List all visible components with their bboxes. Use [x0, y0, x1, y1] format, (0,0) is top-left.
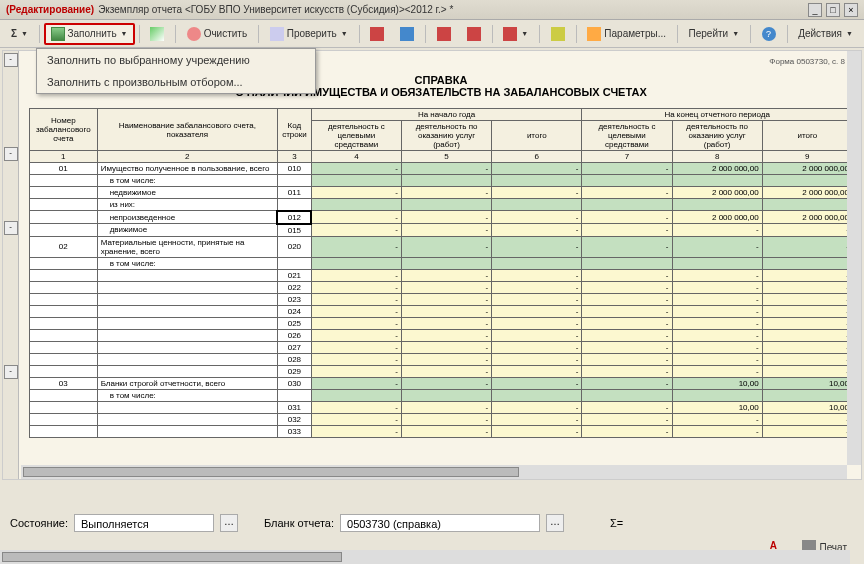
hdr-end: На конец отчетного периода	[582, 109, 853, 121]
check-icon	[270, 27, 284, 41]
pencil-icon	[150, 27, 164, 41]
table-row[interactable]: движимое015------	[30, 224, 853, 237]
edit-icon-button[interactable]	[143, 23, 171, 45]
table-row[interactable]: 024------	[30, 305, 853, 317]
table-row[interactable]: 031----10,0010,00	[30, 401, 853, 413]
table-row[interactable]: 025------	[30, 317, 853, 329]
table-row[interactable]: 029------	[30, 365, 853, 377]
outline-minus-4[interactable]: -	[4, 365, 18, 379]
table-row[interactable]: 023------	[30, 293, 853, 305]
status-picker[interactable]: …	[220, 514, 238, 532]
goto-button[interactable]: Перейти ▼	[682, 24, 747, 43]
help-icon-button[interactable]: ?	[755, 23, 783, 45]
table-row[interactable]: 02Материальные ценности, принятые на хра…	[30, 236, 853, 257]
window-scrollbar-h[interactable]	[0, 550, 850, 564]
titlebar: (Редактирование) Экземпляр отчета <ГОБУ …	[0, 0, 864, 20]
status-label: Состояние:	[10, 517, 68, 529]
tool-icon-4[interactable]	[460, 23, 488, 45]
content-area: - - - - Форма 0503730, с. 8 СПРАВКА О НА…	[2, 50, 862, 480]
tool-icon-3[interactable]	[430, 23, 458, 45]
blank-picker[interactable]: …	[546, 514, 564, 532]
actions-button[interactable]: Действия ▼	[791, 24, 860, 43]
table-row[interactable]: в том числе:	[30, 389, 853, 401]
title-text: Экземпляр отчета <ГОБУ ВПО Университет и…	[98, 4, 808, 15]
tool-icon-6[interactable]	[544, 23, 572, 45]
outline-bar: - - - -	[3, 51, 19, 479]
fill-dropdown-menu: Заполнить по выбранному учреждению Запол…	[36, 48, 316, 94]
fill-label: Заполнить	[68, 28, 117, 39]
close-button[interactable]: ×	[844, 3, 858, 17]
toolbar: Σ▼ Заполнить ▼ Очистить Проверить ▼ ▼ Па…	[0, 20, 864, 48]
actions-label: Действия	[798, 28, 842, 39]
table-row[interactable]: 028------	[30, 353, 853, 365]
content-scrollbar-h[interactable]	[21, 465, 847, 479]
hdr-start: На начало года	[311, 109, 582, 121]
fill-icon	[51, 27, 65, 41]
hdr-code: Код строки	[277, 109, 311, 151]
table-row[interactable]: 033------	[30, 425, 853, 437]
table-row[interactable]: 032------	[30, 413, 853, 425]
table-row[interactable]: в том числе:	[30, 257, 853, 269]
table-row[interactable]: 022------	[30, 281, 853, 293]
clear-icon	[187, 27, 201, 41]
table-row[interactable]: непроизведенное012----2 000 000,002 000 …	[30, 211, 853, 224]
sigma-label: Σ=	[610, 517, 623, 529]
fill-custom-filter[interactable]: Заполнить с произвольным отбором...	[37, 71, 315, 93]
fill-by-institution[interactable]: Заполнить по выбранному учреждению	[37, 49, 315, 71]
fill-button[interactable]: Заполнить ▼	[44, 23, 135, 45]
table-row[interactable]: 026------	[30, 329, 853, 341]
blank-field[interactable]: 0503730 (справка)	[340, 514, 540, 532]
minimize-button[interactable]: _	[808, 3, 822, 17]
clear-button[interactable]: Очистить	[180, 23, 255, 45]
check-label: Проверить	[287, 28, 337, 39]
check-button[interactable]: Проверить ▼	[263, 23, 355, 45]
hdr-name: Наименование забалансового счета, показа…	[97, 109, 277, 151]
outline-minus-1[interactable]: -	[4, 53, 18, 67]
clear-label: Очистить	[204, 28, 248, 39]
title-editing: (Редактирование)	[6, 4, 94, 15]
table-row[interactable]: недвижимое011----2 000 000,002 000 000,0…	[30, 187, 853, 199]
table-row[interactable]: 01Имущество полученное в пользование, вс…	[30, 163, 853, 175]
params-label: Параметры...	[604, 28, 666, 39]
table-row[interactable]: 03Бланки строгой отчетности, всего030---…	[30, 377, 853, 389]
params-icon	[587, 27, 601, 41]
table-row[interactable]: в том числе:	[30, 175, 853, 187]
table-row[interactable]: 027------	[30, 341, 853, 353]
goto-label: Перейти	[689, 28, 729, 39]
params-button[interactable]: Параметры...	[580, 23, 673, 45]
outline-minus-3[interactable]: -	[4, 221, 18, 235]
outline-minus-2[interactable]: -	[4, 147, 18, 161]
table-row[interactable]: из них:	[30, 199, 853, 211]
tool-icon-1[interactable]	[363, 23, 391, 45]
status-field[interactable]: Выполняется	[74, 514, 214, 532]
table-row[interactable]: 021------	[30, 269, 853, 281]
hdr-acc: Номер забалансового счета	[30, 109, 98, 151]
tool-icon-2[interactable]	[393, 23, 421, 45]
content-scrollbar-v[interactable]	[847, 51, 861, 465]
tool-icon-5[interactable]: ▼	[496, 23, 535, 45]
sigma-dropdown[interactable]: Σ▼	[4, 24, 35, 43]
blank-label: Бланк отчета:	[264, 517, 334, 529]
maximize-button[interactable]: □	[826, 3, 840, 17]
report-table[interactable]: Номер забалансового счета Наименование з…	[29, 108, 853, 438]
